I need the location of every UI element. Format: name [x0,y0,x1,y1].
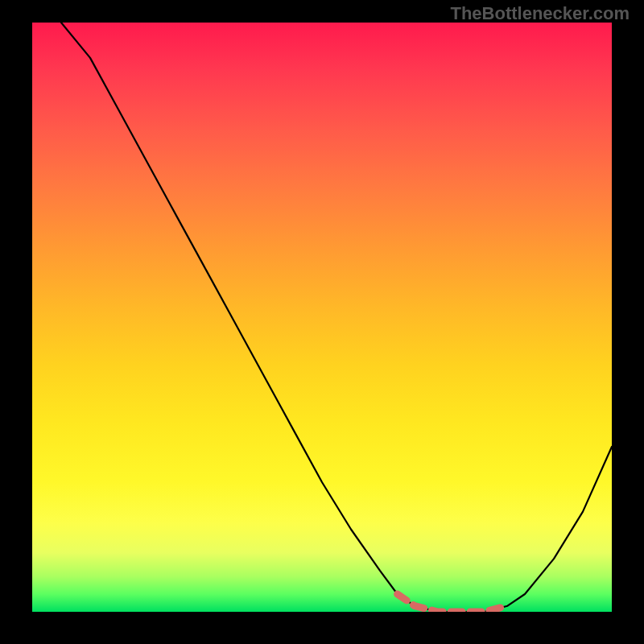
chart-background-gradient [32,23,612,612]
chart-plot-area [32,23,612,612]
watermark-text: TheBottlenecker.com [450,3,630,24]
